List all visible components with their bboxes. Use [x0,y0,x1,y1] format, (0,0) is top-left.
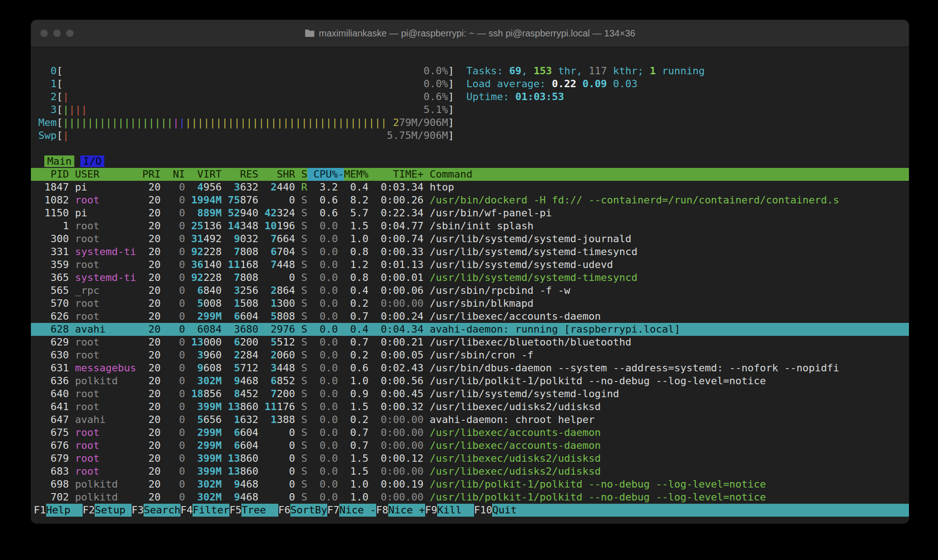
fkey-key-f4[interactable]: F4 [180,504,193,517]
process-row-628[interactable]: 628 avahi 20 0 6084 3680 2976 S 0.0 0.4 … [31,323,909,336]
cell-command: /usr/libexec/udisks2/udisksd [430,453,601,464]
fkey-filter[interactable]: Filter [192,504,229,517]
process-row-359[interactable]: 359 root 20 0 36140 11168 7448 S 0.0 1.2… [31,258,909,271]
cell-cpu-percent: 0.0 [313,258,338,271]
fkey-sortby[interactable]: SortBy [290,504,327,517]
cell-shr: 0 [265,194,295,207]
bar-segment-red: | [63,130,69,141]
col-time[interactable]: TIME+ [374,168,423,181]
fkey-key-f1[interactable]: F1 [34,504,46,517]
cell-mem-percent: 8.2 [344,194,368,207]
cell-nice: 0 [167,220,185,232]
cell-priority: 20 [142,349,161,362]
process-row-631[interactable]: 631 messagebus 20 0 9608 5712 3448 S 0.0… [31,362,909,375]
meter-bars: ||||||||||||||||||||||||||||||||||||||||… [63,116,387,129]
fkey-help[interactable]: Help [46,504,83,517]
cell-user: root [75,439,136,452]
process-row-629[interactable]: 629 root 20 0 13000 6200 5512 S 0.0 0.7 … [31,336,909,349]
process-row-675[interactable]: 675 root 20 0 299M 6604 0 S 0.0 0.7 0:00… [31,426,909,439]
col-mem[interactable]: MEM% [344,168,368,181]
process-row-1847[interactable]: 1847 pi 20 0 4956 3632 2440 R 3.2 0.4 0:… [31,181,909,194]
col-state[interactable]: S [301,168,307,181]
process-row-1082[interactable]: 1082 root 20 0 1994M 75876 0 S 0.6 8.2 0… [31,194,909,207]
cell-priority: 20 [142,362,161,375]
fkey-key-f9[interactable]: F9 [425,504,438,517]
col-shr[interactable]: SHR [265,168,295,181]
process-row-630[interactable]: 630 root 20 0 3960 2284 2060 S 0.0 0.2 0… [31,349,909,362]
cell-res: 11168 [228,258,259,271]
process-row-640[interactable]: 640 root 20 0 18856 8452 7200 S 0.0 0.9 … [31,387,909,400]
fkey-tree[interactable]: Tree [241,504,278,517]
process-row-641[interactable]: 641 root 20 0 399M 13860 11176 S 0.0 1.5… [31,400,909,413]
process-row-679[interactable]: 679 root 20 0 399M 13860 0 S 0.0 1.5 0:0… [31,452,909,465]
cell-nice: 0 [167,207,185,220]
meter-bar-area: |0.6% [63,90,448,103]
fkey-quit[interactable]: Quit [492,504,529,517]
fkey-key-f6[interactable]: F6 [278,504,291,517]
tab-io[interactable]: I/O [80,155,104,167]
col-res[interactable]: RES [228,168,259,181]
cell-time: 0:02.43 [374,362,423,375]
cell-priority: 20 [142,465,161,478]
close-button[interactable] [40,30,48,37]
meter-mem: Mem[||||||||||||||||||||||||||||||||||||… [38,117,454,128]
cell-nice: 0 [167,297,185,310]
process-row-331[interactable]: 331 systemd-ti 20 0 92228 7808 6704 S 0.… [31,245,909,258]
cell-mem-percent: 5.7 [344,207,368,220]
process-row-647[interactable]: 647 avahi 20 0 5656 1632 1388 S 0.0 0.2 … [31,413,909,426]
cell-cpu-percent: 0.0 [313,439,338,452]
meter-label: 2 [38,90,57,103]
col-virt[interactable]: VIRT [191,168,222,181]
cell-nice: 0 [167,258,185,271]
cell-pid: 679 [38,452,69,465]
fkey-setup[interactable]: Setup [95,504,131,517]
process-row-300[interactable]: 300 root 20 0 31492 9032 7664 S 0.0 1.0 … [31,232,909,245]
fkey-key-f10[interactable]: F10 [474,504,493,517]
process-row-1150[interactable]: 1150 pi 20 0 889M 52940 42324 S 0.6 5.7 … [31,207,909,220]
fkey-key-f7[interactable]: F7 [327,504,340,517]
col-command[interactable]: Command [430,168,473,180]
process-row-676[interactable]: 676 root 20 0 299M 6604 0 S 0.0 0.7 0:00… [31,439,909,452]
process-row-698[interactable]: 698 polkitd 20 0 302M 9468 0 S 0.0 1.0 0… [31,478,909,491]
col-ni[interactable]: NI [167,168,185,181]
zoom-button[interactable] [66,30,74,37]
cell-user: messagebus [75,362,136,375]
cell-res: 6604 [228,310,259,323]
cell-time: 0:00.56 [374,375,423,387]
fkey-key-f3[interactable]: F3 [132,504,144,517]
fkey-nice-[interactable]: Nice - [339,504,376,517]
fkey-key-f5[interactable]: F5 [229,504,242,517]
cell-time: 0:00.00 [374,413,423,426]
cell-command: /usr/sbin/blkmapd [430,298,534,309]
fkey-search[interactable]: Search [144,504,180,517]
cell-res: 3680 [228,323,259,336]
process-row-1[interactable]: 1 root 20 0 25136 14348 10196 S 0.0 1.5 … [31,220,909,232]
cell-nice: 0 [167,323,185,336]
process-row-702[interactable]: 702 polkitd 20 0 302M 9468 0 S 0.0 1.0 0… [31,491,909,504]
process-row-570[interactable]: 570 root 20 0 5008 1508 1300 S 0.0 0.2 0… [31,297,909,310]
process-row-565[interactable]: 565 _rpc 20 0 6840 3256 2864 S 0.0 0.4 0… [31,284,909,297]
process-row-365[interactable]: 365 systemd-ti 20 0 92228 7808 0 S 0.0 0… [31,271,909,284]
cell-state: S [301,194,307,207]
col-pri[interactable]: PRI [142,168,161,181]
meter-bracket-close: ] [448,104,454,115]
process-row-626[interactable]: 626 root 20 0 299M 6604 5808 S 0.0 0.7 0… [31,310,909,323]
folder-icon [305,29,315,37]
cell-pid: 565 [38,284,69,297]
cell-res: 6604 [228,426,259,439]
fkey-key-f2[interactable]: F2 [83,504,95,517]
info-line-2: Uptime: 01:03:53 [466,91,564,102]
col-user[interactable]: USER [75,168,136,181]
fkey-kill[interactable]: Kill [437,504,474,517]
tab-main[interactable]: Main [44,155,74,167]
fkey-nice+[interactable]: Nice + [388,504,425,517]
cell-state: S [301,245,307,258]
cell-state: S [301,336,307,349]
process-row-636[interactable]: 636 polkitd 20 0 302M 9468 6852 S 0.0 1.… [31,375,909,387]
cell-user: root [75,336,136,349]
col-cpu-sort[interactable]: CPU%- [307,168,344,181]
process-row-683[interactable]: 683 root 20 0 399M 13860 0 S 0.0 1.5 0:0… [31,465,909,478]
col-pid[interactable]: PID [38,168,69,181]
minimize-button[interactable] [53,30,61,37]
fkey-key-f8[interactable]: F8 [376,504,389,517]
